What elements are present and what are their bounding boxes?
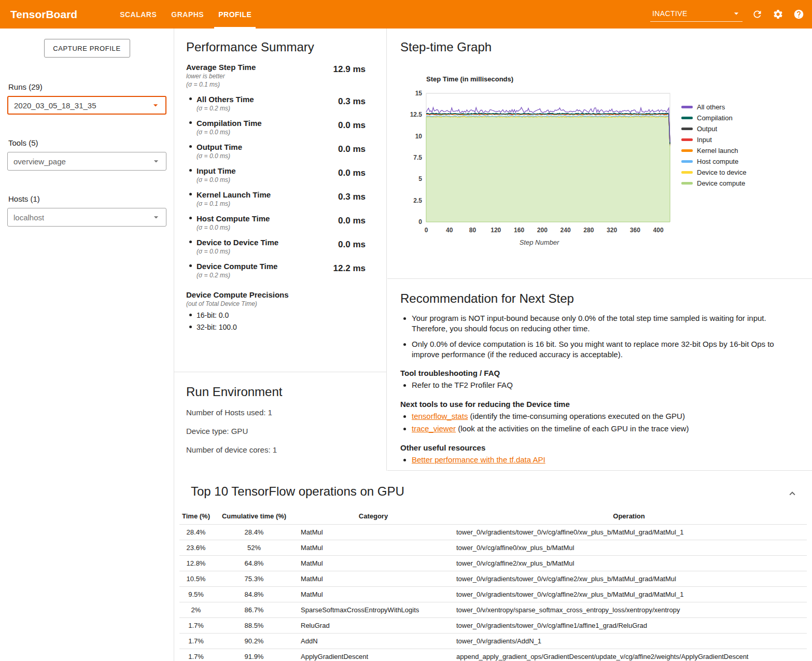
legend-swatch bbox=[681, 106, 693, 108]
bullet-dot-icon bbox=[189, 264, 192, 267]
chevron-down-icon bbox=[151, 212, 161, 222]
tab-scalars[interactable]: SCALARS bbox=[113, 0, 164, 29]
runs-select[interactable]: 2020_03_05_18_31_35 bbox=[7, 96, 166, 115]
recommendation-section-items: Refer to the TF2 Profiler FAQ bbox=[400, 380, 800, 390]
recommendation-section-items: tensorflow_stats (identify the time-cons… bbox=[400, 411, 800, 434]
svg-text:0: 0 bbox=[425, 227, 428, 234]
table-cell: 9.5% bbox=[179, 587, 213, 602]
recommendation-section-items: Better performance with the tf.data API bbox=[400, 455, 800, 465]
svg-text:40: 40 bbox=[446, 227, 453, 234]
metric-info: Device to Device Time(σ = 0.0 ms) bbox=[197, 238, 278, 255]
table-cell: 84.8% bbox=[213, 587, 296, 602]
inline-link[interactable]: Better performance with the tf.data API bbox=[412, 455, 545, 464]
metric-label: Average Step Time bbox=[186, 63, 256, 72]
table-row: 10.5%75.3%MatMultower_0/v/gradients/towe… bbox=[179, 571, 807, 587]
svg-text:320: 320 bbox=[607, 227, 617, 234]
inline-link[interactable]: trace_viewer bbox=[412, 424, 456, 433]
top-ops-card: Top 10 TensorFlow operations on GPU Time… bbox=[174, 471, 812, 661]
run-environment-lines: Number of Hosts used: 1Device type: GPUN… bbox=[186, 408, 374, 454]
svg-text:240: 240 bbox=[561, 227, 571, 234]
legend-item: Output bbox=[681, 123, 746, 134]
step-time-chart: 02.557.51012.515040801201602002402803203… bbox=[402, 88, 676, 238]
metric-row: Kernel Launch Time(σ = 0.1 ms)0.3 ms bbox=[186, 190, 366, 207]
precision-item: 16-bit: 0.0 bbox=[186, 311, 366, 319]
precisions-title: Device Compute Precisions bbox=[186, 290, 366, 299]
legend-label: Compilation bbox=[697, 114, 733, 122]
chart-x-axis-label: Step Number bbox=[402, 238, 676, 246]
recommendation-card: Recommendation for Next Step Your progra… bbox=[387, 279, 812, 471]
svg-text:15: 15 bbox=[415, 90, 423, 97]
svg-text:360: 360 bbox=[630, 227, 640, 234]
metric-value: 0.0 ms bbox=[338, 166, 366, 184]
capture-profile-button[interactable]: CAPTURE PROFILE bbox=[44, 39, 130, 58]
recommendation-item: trace_viewer (look at the activities on … bbox=[412, 424, 800, 434]
legend-swatch bbox=[681, 149, 693, 152]
table-header-cell: Category bbox=[296, 509, 451, 525]
legend-swatch bbox=[681, 128, 693, 130]
run-environment-card: Run Environment Number of Hosts used: 1D… bbox=[174, 372, 386, 454]
tensorboard-app: TensorBoard SCALARSGRAPHSPROFILE INACTIV… bbox=[0, 0, 812, 661]
chart-row: 02.557.51012.515040801201602002402803203… bbox=[402, 88, 800, 238]
metric-row: All Others Time(σ = 0.2 ms)0.3 ms bbox=[186, 95, 366, 112]
table-cell: 88.5% bbox=[213, 618, 296, 634]
metric-info: Output Time(σ = 0.0 ms) bbox=[197, 143, 242, 160]
top-ops-title: Top 10 TensorFlow operations on GPU bbox=[191, 484, 807, 499]
help-icon[interactable] bbox=[792, 8, 805, 21]
tab-graphs[interactable]: GRAPHS bbox=[164, 0, 211, 29]
runs-label: Runs (29) bbox=[8, 82, 166, 91]
svg-text:120: 120 bbox=[491, 227, 501, 234]
collapse-chevron-up-icon[interactable] bbox=[786, 487, 799, 500]
bullet-dot-icon bbox=[189, 121, 192, 124]
device-compute-precisions: Device Compute Precisions (out of Total … bbox=[186, 290, 366, 331]
metric-label: Input Time bbox=[197, 166, 236, 175]
metric-value: 12.9 ms bbox=[333, 63, 366, 88]
recommendation-bullet: Only 0.0% of device computation is 16 bi… bbox=[412, 339, 800, 359]
hosts-label: Hosts (1) bbox=[8, 194, 166, 203]
tab-profile[interactable]: PROFILE bbox=[211, 0, 259, 29]
recommendation-bullet: Your program is NOT input-bound because … bbox=[412, 313, 800, 333]
recommendation-section-heading: Next tools to use for reducing the Devic… bbox=[400, 400, 800, 409]
table-cell: 1.7% bbox=[179, 649, 213, 661]
table-cell: tower_0/v/cg/affine0/xw_plus_b/MatMul bbox=[451, 540, 807, 556]
metric-label: All Others Time bbox=[197, 95, 254, 104]
metric-sigma: (σ = 0.2 ms) bbox=[197, 105, 254, 112]
bullet-dot-icon bbox=[189, 241, 192, 243]
table-cell: MatMul bbox=[296, 556, 451, 571]
legend-swatch bbox=[681, 160, 693, 163]
metric-row: Device to Device Time(σ = 0.0 ms)0.0 ms bbox=[186, 238, 366, 255]
run-env-line: Device type: GPU bbox=[186, 427, 374, 435]
tools-select[interactable]: overview_page bbox=[7, 152, 166, 171]
table-cell: 1.7% bbox=[179, 634, 213, 649]
recommendation-sections: Tool troubleshooting / FAQRefer to the T… bbox=[400, 369, 800, 465]
inline-link[interactable]: tensorflow_stats bbox=[412, 412, 468, 420]
table-cell: 91.9% bbox=[213, 649, 296, 661]
metric-sigma: (σ = 0.0 ms) bbox=[197, 224, 270, 231]
table-cell: tower_0/v/gradients/tower_0/v/cg/affine0… bbox=[451, 525, 807, 540]
svg-text:80: 80 bbox=[469, 227, 477, 234]
table-cell: append_apply_gradient_ops/GradientDescen… bbox=[451, 649, 807, 661]
bullet-dot-icon bbox=[189, 169, 192, 172]
legend-label: Device to device bbox=[697, 168, 746, 176]
metric-sigma: (σ = 0.2 ms) bbox=[197, 272, 277, 279]
refresh-icon[interactable] bbox=[751, 8, 763, 21]
bullet-dot-icon bbox=[189, 326, 192, 328]
table-header-row: Time (%)Cumulative time (%)CategoryOpera… bbox=[179, 509, 807, 525]
performance-summary-card: Performance Summary Average Step Timelow… bbox=[174, 29, 386, 372]
table-cell: ReluGrad bbox=[296, 618, 451, 634]
top-bar-actions: INACTIVE bbox=[650, 7, 805, 22]
table-header-cell: Operation bbox=[451, 509, 807, 525]
detail-column: Step-time Graph Step Time (in millisecon… bbox=[387, 29, 812, 471]
table-cell: MatMul bbox=[296, 525, 451, 540]
settings-gear-icon[interactable] bbox=[772, 8, 784, 21]
legend-swatch bbox=[681, 171, 693, 174]
main-content: Performance Summary Average Step Timelow… bbox=[174, 29, 812, 661]
run-status-select[interactable]: INACTIVE bbox=[650, 7, 743, 22]
metric-value: 0.0 ms bbox=[338, 214, 366, 231]
run-environment-title: Run Environment bbox=[186, 385, 374, 399]
table-cell: tower_0/v/xentropy/sparse_softmax_cross_… bbox=[451, 602, 807, 618]
metric-sigma: (σ = 0.1 ms) bbox=[197, 200, 271, 207]
step-time-graph-title: Step-time Graph bbox=[400, 40, 800, 54]
table-cell: tower_0/v/gradients/tower_0/v/cg/affine2… bbox=[451, 587, 807, 602]
legend-label: Kernel launch bbox=[697, 147, 738, 154]
hosts-select[interactable]: localhost bbox=[7, 208, 166, 227]
